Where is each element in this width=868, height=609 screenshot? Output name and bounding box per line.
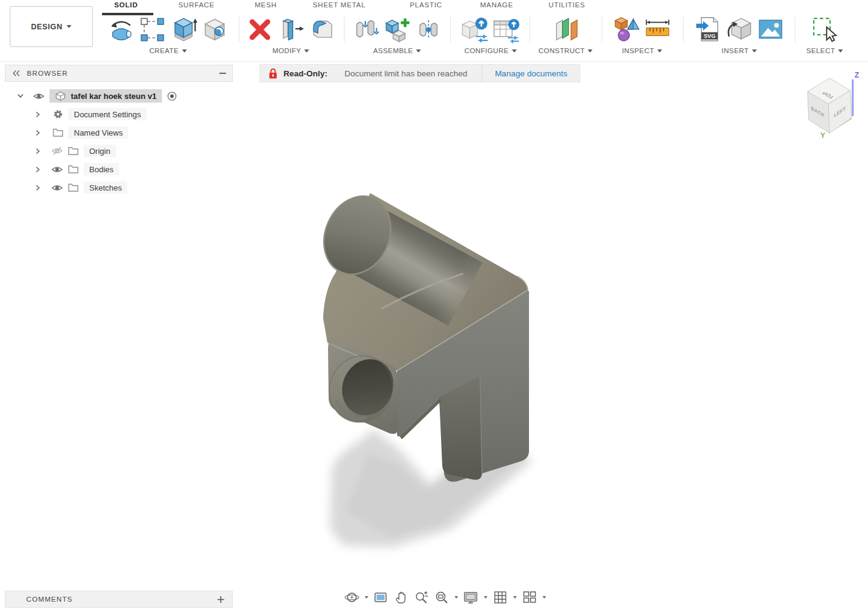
tree-item-document-settings[interactable]: Document Settings bbox=[5, 105, 233, 123]
viewports-icon[interactable] bbox=[520, 588, 539, 607]
group-label-insert[interactable]: INSERT bbox=[685, 47, 793, 54]
chevron-right-icon[interactable] bbox=[35, 148, 40, 155]
tree-item-label[interactable]: Document Settings bbox=[68, 108, 147, 120]
manage-documents-link[interactable]: Manage documents bbox=[483, 69, 580, 78]
eye-visible-icon[interactable] bbox=[51, 166, 63, 173]
orbit-icon[interactable] bbox=[342, 588, 362, 607]
group-separator bbox=[239, 16, 239, 42]
select-icon[interactable] bbox=[811, 16, 839, 43]
group-select: SELECT bbox=[797, 16, 853, 54]
design-menu-button[interactable]: DESIGN bbox=[10, 6, 93, 47]
chevron-down-icon bbox=[67, 25, 71, 28]
measure-icon[interactable] bbox=[613, 16, 640, 43]
chevron-down-icon[interactable] bbox=[484, 596, 487, 599]
group-label-select[interactable]: SELECT bbox=[797, 47, 853, 54]
extrude-icon[interactable] bbox=[170, 16, 197, 43]
navigation-bar bbox=[342, 587, 549, 608]
folder-icon bbox=[68, 165, 79, 173]
ruler-icon[interactable] bbox=[644, 16, 671, 43]
configure-icon[interactable] bbox=[461, 16, 489, 43]
group-separator bbox=[795, 16, 795, 42]
group-modify: MODIFY bbox=[242, 16, 340, 54]
chevron-down-icon[interactable] bbox=[365, 596, 368, 599]
group-assemble: ASSEMBLE bbox=[348, 16, 446, 54]
minimize-icon[interactable] bbox=[219, 73, 226, 74]
chevron-right-icon[interactable] bbox=[35, 166, 40, 173]
tree-item-root[interactable]: tafel kar hoek steun v1 bbox=[5, 87, 233, 105]
look-at-icon[interactable] bbox=[371, 588, 391, 607]
pan-icon[interactable] bbox=[392, 588, 411, 607]
hole-icon[interactable] bbox=[201, 16, 228, 43]
tree-item-label[interactable]: Bodies bbox=[84, 163, 119, 175]
tab-plastic[interactable]: PLASTIC bbox=[410, 1, 442, 9]
insert-mesh-icon[interactable] bbox=[726, 16, 753, 43]
group-label-assemble[interactable]: ASSEMBLE bbox=[348, 47, 446, 54]
read-only-message: Document limit has been reached bbox=[345, 69, 467, 78]
eye-visible-icon[interactable] bbox=[33, 92, 45, 100]
component-icon bbox=[55, 91, 66, 101]
tree-item-origin[interactable]: Origin bbox=[5, 142, 233, 160]
folder-icon bbox=[53, 128, 64, 137]
grid-icon[interactable] bbox=[491, 588, 510, 607]
root-component-chip[interactable]: tafel kar hoek steun v1 bbox=[49, 89, 162, 103]
chevron-down-icon bbox=[588, 49, 593, 53]
tree-item-label[interactable]: Origin bbox=[84, 145, 116, 157]
fillet-icon[interactable] bbox=[308, 16, 336, 43]
activate-component-radio[interactable] bbox=[167, 91, 177, 101]
eye-hidden-icon[interactable] bbox=[51, 147, 63, 155]
tree-item-bodies[interactable]: Bodies bbox=[5, 160, 233, 178]
tree-item-named-views[interactable]: Named Views bbox=[5, 123, 233, 142]
configuration-table-icon[interactable] bbox=[492, 16, 520, 43]
press-pull-icon[interactable] bbox=[277, 16, 305, 43]
delete-icon[interactable] bbox=[246, 16, 274, 43]
zoom-window-icon[interactable] bbox=[432, 588, 451, 607]
new-component-icon[interactable] bbox=[384, 16, 411, 43]
tab-mesh[interactable]: MESH bbox=[255, 1, 277, 9]
group-label-configure[interactable]: CONFIGURE bbox=[454, 47, 527, 54]
tab-surface[interactable]: SURFACE bbox=[178, 1, 214, 9]
chevron-down-icon[interactable] bbox=[454, 596, 458, 599]
chevron-down-icon bbox=[752, 49, 757, 53]
model-body[interactable] bbox=[312, 186, 529, 482]
construction-plane-icon[interactable] bbox=[552, 16, 580, 43]
group-label-modify[interactable]: MODIFY bbox=[242, 47, 340, 54]
tree-item-label[interactable]: Named Views bbox=[68, 126, 128, 139]
group-separator bbox=[450, 16, 451, 42]
canvas-icon[interactable] bbox=[757, 16, 784, 43]
comments-bar[interactable]: COMMENTS bbox=[5, 591, 233, 608]
group-label-construct[interactable]: CONSTRUCT bbox=[531, 47, 600, 54]
group-configure: CONFIGURE bbox=[454, 16, 527, 54]
comments-title: COMMENTS bbox=[26, 596, 217, 603]
zoom-icon[interactable] bbox=[412, 588, 431, 607]
tab-solid[interactable]: SOLID bbox=[114, 1, 138, 9]
create-sketch-icon[interactable] bbox=[139, 16, 166, 43]
chevron-down-icon bbox=[182, 49, 187, 53]
insert-svg-icon[interactable]: SVG bbox=[695, 16, 722, 43]
chevron-down-icon[interactable] bbox=[17, 93, 24, 98]
view-cube[interactable]: TOP BACK LEFT Z Y bbox=[801, 68, 863, 140]
chevron-down-icon bbox=[657, 49, 662, 53]
joint-icon[interactable] bbox=[352, 16, 380, 43]
plus-icon[interactable] bbox=[217, 596, 225, 604]
chevron-right-icon[interactable] bbox=[35, 184, 40, 191]
gear-icon bbox=[53, 109, 64, 120]
tab-manage[interactable]: MANAGE bbox=[480, 1, 513, 9]
tab-utilities[interactable]: UTILITIES bbox=[549, 1, 585, 9]
chevron-right-icon[interactable] bbox=[35, 129, 40, 136]
tree-item-label[interactable]: Sketches bbox=[84, 181, 127, 194]
revolve-icon[interactable] bbox=[108, 16, 135, 43]
group-label-inspect[interactable]: INSPECT bbox=[604, 47, 680, 54]
tree-item-sketches[interactable]: Sketches bbox=[5, 178, 233, 197]
chevron-down-icon[interactable] bbox=[542, 596, 546, 599]
tab-sheet-metal[interactable]: SHEET METAL bbox=[313, 1, 366, 9]
display-settings-icon[interactable] bbox=[461, 588, 481, 607]
read-only-label: Read-Only: bbox=[283, 69, 327, 78]
group-separator bbox=[530, 16, 530, 42]
chevron-down-icon[interactable] bbox=[513, 596, 517, 599]
double-chevron-left-icon[interactable] bbox=[12, 70, 21, 77]
eye-visible-icon[interactable] bbox=[51, 184, 63, 192]
group-label-create[interactable]: CREATE bbox=[101, 47, 235, 54]
joint-origin-icon[interactable] bbox=[415, 16, 442, 43]
folder-icon bbox=[68, 183, 79, 192]
chevron-right-icon[interactable] bbox=[35, 111, 40, 118]
